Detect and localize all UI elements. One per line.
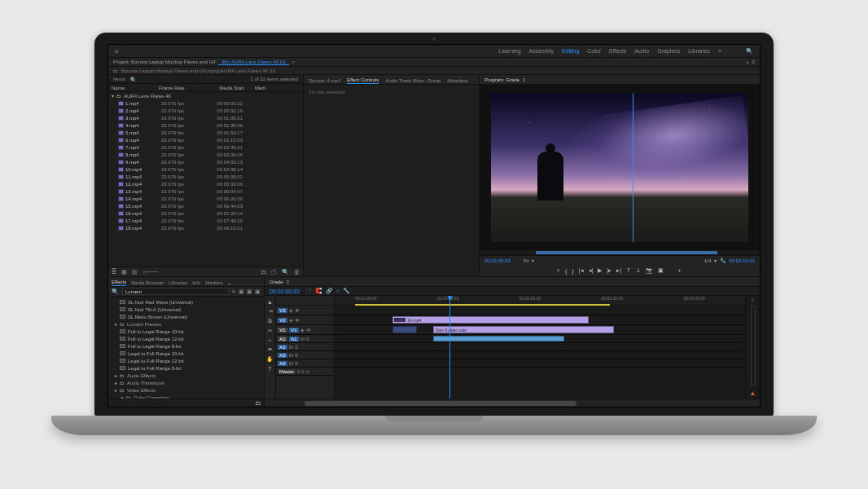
track-select-tool-icon[interactable]: ⇥: [268, 308, 273, 315]
track-v3[interactable]: [335, 306, 745, 315]
pen-tool-icon[interactable]: ✒: [268, 346, 273, 353]
nest-icon[interactable]: ⬚: [306, 288, 312, 294]
effects-item[interactable]: Legal to Full Range 8-bit: [108, 364, 264, 372]
effects-item[interactable]: Full to Legal Range 12-bit: [108, 335, 264, 342]
zoom-slider[interactable]: ○───: [142, 269, 158, 275]
clear-icon[interactable]: ×: [232, 289, 235, 294]
bin-clip-row[interactable]: 3.mp423.976 fps00:01:09:21: [108, 114, 303, 121]
bin-clip-row[interactable]: 10.mp423.976 fps00:04:38:14: [108, 165, 303, 173]
button-editor-icon[interactable]: ＋: [677, 267, 682, 275]
track-a1[interactable]: [335, 335, 745, 343]
effects-item[interactable]: Legal to Full Range 10-bit: [108, 350, 264, 357]
new-bin-icon[interactable]: 🗀: [255, 400, 261, 406]
effects-search-input[interactable]: [122, 288, 229, 295]
bin-clip-row[interactable]: 9.mp423.976 fps00:04:03:13: [108, 158, 303, 165]
bin-tab[interactable]: Bin: AURA Lens Flares 4K 01: [218, 59, 288, 65]
panel-menu-icon[interactable]: ≡: [523, 77, 526, 82]
track-head-v1[interactable]: V1V1◈👁: [276, 325, 334, 335]
linked-selection-icon[interactable]: 🔗: [326, 288, 333, 294]
track-head-a3[interactable]: A3MS: [276, 351, 334, 359]
go-to-in-icon[interactable]: |◂: [579, 267, 584, 274]
playback-resolution[interactable]: 1/4: [704, 258, 711, 263]
workspace-effects[interactable]: Effects: [609, 48, 626, 55]
col-name[interactable]: Name: [112, 86, 157, 90]
add-marker-icon[interactable]: ▿: [557, 267, 560, 274]
tab-close-icon[interactable]: ×: [292, 59, 296, 64]
panel-burger-icon[interactable]: ≡: [752, 59, 755, 64]
clip-video[interactable]: Sam Kolder color: [433, 326, 614, 333]
tab-effects[interactable]: Effects: [112, 280, 126, 286]
razor-tool-icon[interactable]: ✂: [268, 328, 273, 334]
track-head-a2[interactable]: A2MS: [276, 343, 334, 351]
fx-badge-icon[interactable]: ▣: [247, 289, 252, 295]
bin-clip-row[interactable]: 8.mp423.976 fps00:03:36:05: [108, 151, 303, 158]
snap-icon[interactable]: 🧲: [315, 288, 322, 294]
mark-in-icon[interactable]: {: [565, 268, 567, 274]
trash-icon[interactable]: 🗑: [294, 269, 300, 275]
tab-media-browser[interactable]: Media Browser: [131, 280, 164, 286]
effects-folder[interactable]: ▸🗀Audio Transitions: [108, 379, 264, 386]
bin-clip-row[interactable]: 14.mp423.976 fps00:06:26:00: [108, 195, 303, 202]
timeline-ruler[interactable]: 00:01:00:00 00:01:30:00 00:02:00:00 00:0…: [335, 296, 745, 306]
zoom-fit[interactable]: Fit: [524, 258, 529, 263]
workspace-graphics[interactable]: Graphics: [657, 48, 680, 55]
effects-folder[interactable]: ▸🗀Audio Effects: [108, 372, 264, 379]
compare-icon[interactable]: ▣: [658, 267, 664, 274]
bin-clip-row[interactable]: 11.mp423.976 fps00:05:08:02: [108, 173, 303, 180]
find-icon[interactable]: 🔍: [282, 269, 289, 275]
effects-item[interactable]: SL Noir Tilt-A (Universal): [108, 306, 264, 313]
track-a3[interactable]: [335, 351, 745, 359]
track-head-v3[interactable]: V3◈👁: [276, 306, 334, 315]
effects-item[interactable]: SL Noir Red Wave (Universal): [108, 298, 264, 306]
timeline-tracks[interactable]: 00:01:00:00 00:01:30:00 00:02:00:00 00:0…: [335, 296, 745, 399]
timecode-current[interactable]: 00:02:00:03: [484, 258, 511, 263]
hand-tool-icon[interactable]: ✋: [266, 356, 274, 363]
list-view-icon[interactable]: ≣: [112, 269, 116, 275]
effects-folder[interactable]: ▸🗀Video Effects: [108, 386, 264, 394]
col-framerate[interactable]: Frame Rate: [159, 86, 191, 90]
timeline-timecode[interactable]: 00:02:00:03: [270, 289, 300, 294]
settings-wrench-icon[interactable]: 🔧: [343, 288, 350, 294]
track-v2[interactable]: 14.mp4: [335, 315, 745, 325]
effects-item[interactable]: Full to Legal Range 10-bit: [108, 328, 264, 335]
workspace-color[interactable]: Color: [587, 48, 601, 55]
slip-tool-icon[interactable]: ↔: [267, 337, 273, 343]
overflow-icon[interactable]: »: [228, 281, 230, 286]
workspace-audio[interactable]: Audio: [634, 48, 649, 55]
settings-wrench-icon[interactable]: 🔧: [720, 258, 726, 263]
bin-clip-row[interactable]: 4.mp423.976 fps00:01:38:06: [108, 121, 303, 129]
bin-clip-row[interactable]: 6.mp423.976 fps00:02:10:03: [108, 136, 303, 143]
track-v1[interactable]: Sam Kolder color: [335, 325, 745, 335]
icon-view-icon[interactable]: ▦: [121, 269, 127, 275]
chevron-down-icon[interactable]: ▾: [532, 258, 534, 263]
go-to-out-icon[interactable]: ▸|: [616, 267, 621, 274]
bin-clip-row[interactable]: 1.mp423.976 fps00:00:00:22: [108, 99, 303, 107]
track-head-a4[interactable]: A4MS: [276, 359, 334, 368]
monitor-viewport[interactable]: [480, 85, 760, 250]
effects-item[interactable]: Full to Legal Range 8-bit: [108, 342, 264, 350]
tab-markers[interactable]: Markers: [205, 280, 223, 286]
tab-effect-controls[interactable]: Effect Controls: [347, 77, 379, 84]
export-frame-icon[interactable]: 📷: [646, 267, 653, 274]
ripple-tool-icon[interactable]: ⧉: [268, 318, 272, 324]
bin-clip-row[interactable]: 12.mp423.976 fps00:05:33:00: [108, 180, 303, 187]
clip-audio[interactable]: [433, 336, 564, 341]
col-media-end[interactable]: Medi: [246, 86, 265, 90]
type-tool-icon[interactable]: T: [268, 366, 271, 372]
fx-badge-icon[interactable]: ▣: [255, 289, 261, 295]
workspace-overflow-icon[interactable]: »: [718, 48, 721, 55]
new-item-icon[interactable]: ▢: [271, 269, 277, 275]
panel-menu-icon[interactable]: ≡: [287, 280, 290, 284]
workspace-learning[interactable]: Learning: [498, 48, 520, 55]
search-icon[interactable]: 🔍: [746, 48, 753, 55]
chevron-down-icon[interactable]: ▾: [714, 258, 717, 263]
clip-video[interactable]: [392, 326, 417, 333]
mark-out-icon[interactable]: }: [572, 268, 573, 274]
project-tab[interactable]: Project: Bounce Laptop Mockup Flaxes and…: [113, 59, 215, 64]
fx-badge-icon[interactable]: ▣: [239, 289, 244, 295]
workspace-editing[interactable]: Editing: [562, 48, 579, 55]
bin-clip-row[interactable]: 5.mp423.976 fps00:01:59:17: [108, 129, 303, 136]
selection-tool-icon[interactable]: ▲: [267, 299, 273, 305]
scroll-thumb[interactable]: [305, 401, 576, 406]
tab-libraries[interactable]: Libraries: [169, 280, 187, 286]
